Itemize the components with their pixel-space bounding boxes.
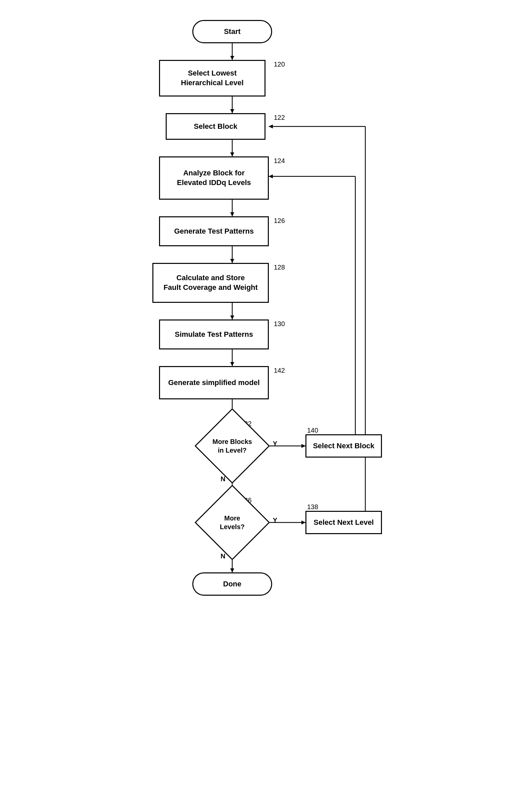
start-node: Start	[192, 20, 272, 43]
generate-patterns-node: Generate Test Patterns	[159, 216, 269, 246]
svg-marker-17	[301, 444, 306, 448]
label-122: 122	[274, 114, 285, 121]
svg-marker-1	[230, 56, 234, 60]
svg-marker-5	[230, 153, 234, 156]
select-lowest-node: Select Lowest Hierarchical Level	[159, 60, 265, 97]
svg-marker-29	[230, 568, 234, 572]
connector-lines	[116, 13, 415, 799]
label-124: 124	[274, 157, 285, 165]
analyze-block-node: Analyze Block for Elevated IDDq Levels	[159, 156, 269, 200]
svg-marker-11	[230, 316, 234, 319]
flowchart: Start 120 Select Lowest Hierarchical Lev…	[116, 13, 415, 799]
select-next-block-node: Select Next Block	[306, 434, 382, 458]
svg-marker-3	[230, 109, 234, 113]
label-142: 142	[274, 367, 285, 374]
more-levels-diamond: More Levels?	[199, 496, 265, 549]
more-blocks-y-label: Y	[273, 440, 277, 448]
more-levels-y-label: Y	[273, 517, 277, 524]
more-levels-n-label: N	[221, 552, 225, 560]
svg-marker-7	[230, 212, 234, 216]
gen-simplified-node: Generate simplified model	[159, 366, 269, 399]
svg-marker-20	[269, 174, 273, 178]
simulate-node: Simulate Test Patterns	[159, 319, 269, 349]
label-140: 140	[307, 426, 318, 434]
label-130: 130	[274, 320, 285, 328]
label-128: 128	[274, 264, 285, 271]
done-node: Done	[192, 572, 272, 596]
label-126: 126	[274, 217, 285, 224]
select-next-level-node: Select Next Level	[306, 511, 382, 534]
calc-fault-node: Calculate and Store Fault Coverage and W…	[152, 263, 269, 303]
label-138: 138	[307, 503, 318, 511]
svg-marker-24	[301, 521, 306, 524]
svg-marker-13	[230, 362, 234, 366]
select-block-node: Select Block	[166, 113, 265, 140]
svg-marker-27	[269, 125, 273, 129]
label-120: 120	[274, 61, 285, 68]
more-blocks-diamond: More Blocks in Level?	[196, 419, 269, 473]
more-blocks-n-label: N	[221, 475, 225, 483]
svg-marker-9	[230, 259, 234, 263]
